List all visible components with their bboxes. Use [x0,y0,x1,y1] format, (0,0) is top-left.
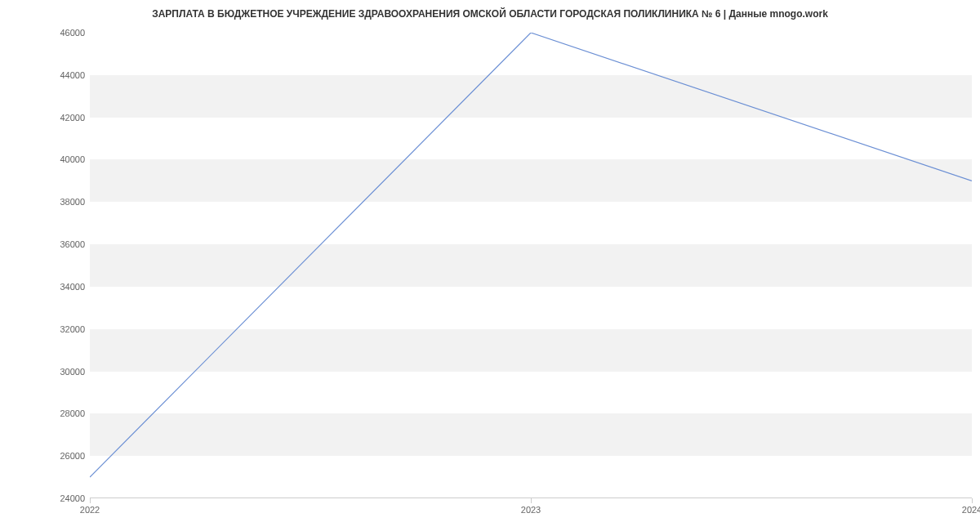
y-tick-label: 34000 [36,282,85,292]
grid-band [90,244,972,287]
y-tick-label: 30000 [36,367,85,377]
grid-band [90,329,972,372]
y-tick-label: 42000 [36,113,85,123]
grid-band [90,75,972,118]
x-tick-label: 2022 [80,505,100,515]
y-tick-label: 26000 [36,451,85,461]
y-tick-label: 24000 [36,493,85,503]
grid-band [90,413,972,456]
x-tick-label: 2023 [521,505,541,515]
x-tick-mark [90,498,91,503]
y-tick-label: 46000 [36,28,85,38]
x-tick-label: 2024 [962,505,980,515]
x-tick-mark [972,498,973,503]
y-tick-label: 40000 [36,154,85,164]
x-tick-mark [531,498,532,503]
grid-band [90,159,972,202]
y-tick-label: 32000 [36,324,85,334]
y-tick-label: 44000 [36,70,85,80]
plot-area [90,33,972,498]
y-tick-label: 36000 [36,239,85,249]
y-tick-label: 28000 [36,408,85,418]
y-tick-label: 38000 [36,197,85,207]
chart-title: ЗАРПЛАТА В БЮДЖЕТНОЕ УЧРЕЖДЕНИЕ ЗДРАВООХ… [0,8,980,20]
